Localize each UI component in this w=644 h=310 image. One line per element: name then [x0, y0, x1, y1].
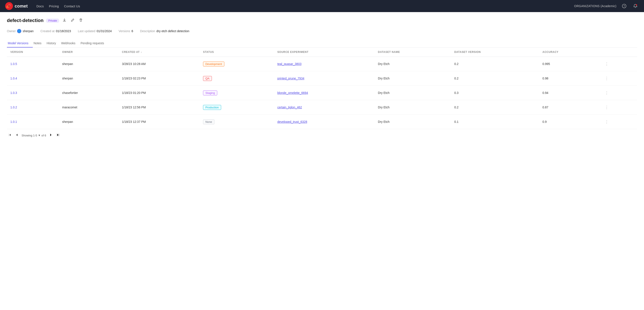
cell-accuracy: 0.94 [539, 86, 600, 100]
table-body: 1.0.5 sherpan 3/28/23 10:28 AM Developme… [7, 57, 637, 129]
cell-version: 1.0.2 [7, 100, 58, 115]
col-dataset-version: DATASET VERSION [451, 48, 539, 57]
row-menu-button[interactable]: ⋮ [603, 90, 610, 96]
cell-status: Production [200, 100, 274, 115]
table-row: 1.0.4 sherpan 1/18/23 02:23 PM QA printe… [7, 71, 637, 86]
page-content: defect-detection Private Owner 🌐 sherpan… [0, 12, 644, 142]
tab-notes[interactable]: Notes [33, 39, 46, 48]
notification-button[interactable] [632, 3, 639, 10]
experiment-link[interactable]: blonde_omelette_6694 [278, 91, 308, 95]
page-last-button[interactable] [55, 132, 61, 138]
version-link[interactable]: 1.0.4 [10, 77, 17, 80]
table-row: 1.0.3 chasefortier 1/18/23 01:20 PM Stag… [7, 86, 637, 100]
cell-status: None [200, 115, 274, 129]
svg-text:?: ? [624, 5, 625, 8]
of-text: of 6 [42, 134, 46, 137]
row-menu-button[interactable]: ⋮ [603, 104, 610, 110]
notification-icon [633, 4, 638, 8]
cell-dataset-version: 0.1 [451, 115, 539, 129]
cell-status: Development [200, 57, 274, 71]
versions-meta: Versions 6 [118, 29, 133, 33]
status-badge: QA [203, 76, 212, 81]
cell-row-menu: ⋮ [600, 57, 637, 71]
row-menu-button[interactable]: ⋮ [603, 61, 610, 67]
tab-model-versions[interactable]: Model Versions [7, 39, 33, 48]
cell-created-at: 1/18/23 01:20 PM [118, 86, 200, 100]
cell-created-at: 3/28/23 10:28 AM [118, 57, 200, 71]
owner-value: sherpan [23, 29, 34, 33]
experiment-link[interactable]: printed_prune_7934 [278, 77, 304, 80]
nav-link-docs[interactable]: Docs [36, 4, 44, 8]
cell-accuracy: 0.87 [539, 100, 600, 115]
owner-meta: Owner 🌐 sherpan [7, 29, 34, 33]
cell-status: Staging [200, 86, 274, 100]
cell-dataset-name: Dry Etch [374, 71, 451, 86]
nav-link-pricing[interactable]: Pricing [49, 4, 59, 8]
versions-label: Versions [118, 29, 130, 33]
row-menu-button[interactable]: ⋮ [603, 75, 610, 82]
cell-created-at: 1/18/23 02:23 PM [118, 71, 200, 86]
table-row: 1.0.2 maracomet 1/18/23 12:56 PM Product… [7, 100, 637, 115]
experiment-link[interactable]: teal_quasar_3803 [278, 62, 302, 66]
logo[interactable]: comet [5, 2, 28, 10]
cell-row-menu: ⋮ [600, 71, 637, 86]
svg-point-6 [636, 4, 637, 6]
cell-dataset-version: 0.2 [451, 71, 539, 86]
experiment-link[interactable]: certain_tiglon_462 [278, 106, 302, 109]
meta-row: Owner 🌐 sherpan Created at 01/18/2023 La… [7, 29, 637, 33]
experiment-link[interactable]: developed_trust_6328 [278, 120, 307, 123]
cell-source-experiment: teal_quasar_3803 [274, 57, 374, 71]
first-page-icon [8, 133, 11, 136]
last-updated-value: 01/31/2024 [96, 29, 112, 33]
col-accuracy: ACCURACY [539, 48, 600, 57]
version-link[interactable]: 1.0.1 [10, 120, 17, 123]
cell-owner: sherpan [58, 57, 118, 71]
edit-button[interactable] [70, 17, 76, 24]
table-row: 1.0.5 sherpan 3/28/23 10:28 AM Developme… [7, 57, 637, 71]
cell-dataset-name: Dry Etch [374, 115, 451, 129]
showing-text: Showing 1-5 [22, 134, 37, 137]
cell-dataset-name: Dry Etch [374, 86, 451, 100]
next-page-icon [49, 133, 52, 136]
description-value: dry etch defect detection [156, 29, 190, 33]
cell-owner: sherpan [58, 115, 118, 129]
version-link[interactable]: 1.0.3 [10, 91, 17, 95]
navbar: comet Docs Pricing Contact Us ORGANIZATI… [0, 0, 644, 12]
cell-accuracy: 0.995 [539, 57, 600, 71]
project-header: defect-detection Private [7, 17, 637, 24]
table-header: VERSION OWNER CREATED AT ↓ STATUS SOURCE… [7, 48, 637, 57]
version-link[interactable]: 1.0.5 [10, 62, 17, 66]
tab-webhooks[interactable]: Webhooks [60, 39, 80, 48]
cell-version: 1.0.4 [7, 71, 58, 86]
version-link[interactable]: 1.0.2 [10, 106, 17, 109]
cell-source-experiment: developed_trust_6328 [274, 115, 374, 129]
owner-avatar: 🌐 [17, 29, 21, 33]
cell-created-at: 1/18/23 12:56 PM [118, 100, 200, 115]
cell-owner: sherpan [58, 71, 118, 86]
cell-dataset-version: 0.2 [451, 57, 539, 71]
table-container: VERSION OWNER CREATED AT ↓ STATUS SOURCE… [7, 48, 637, 129]
tab-pending-requests[interactable]: Pending requests [80, 39, 108, 48]
cell-owner: maracomet [58, 100, 118, 115]
project-title: defect-detection [7, 18, 44, 23]
description-label: Description [140, 29, 155, 33]
col-source-experiment: SOURCE EXPERIMENT [274, 48, 374, 57]
delete-button[interactable] [78, 17, 84, 24]
pagination: Showing 1-5 ▼ of 6 [7, 129, 637, 142]
page-first-button[interactable] [7, 132, 12, 138]
logo-text: comet [15, 4, 28, 9]
nav-link-contact[interactable]: Contact Us [64, 4, 80, 8]
status-badge: None [203, 119, 214, 124]
description-meta: Description dry etch defect detection [140, 29, 190, 33]
last-updated-meta: Last updated 01/31/2024 [78, 29, 112, 33]
help-button[interactable]: ? [621, 3, 628, 10]
tab-history[interactable]: History [46, 39, 60, 48]
cell-version: 1.0.5 [7, 57, 58, 71]
row-menu-button[interactable]: ⋮ [603, 118, 610, 125]
col-status: STATUS [200, 48, 274, 57]
download-button[interactable] [62, 17, 67, 24]
page-prev-button[interactable] [14, 132, 20, 138]
col-created-at[interactable]: CREATED AT ↓ [118, 48, 200, 57]
dropdown-arrow[interactable]: ▼ [38, 134, 40, 137]
page-next-button[interactable] [48, 132, 54, 138]
